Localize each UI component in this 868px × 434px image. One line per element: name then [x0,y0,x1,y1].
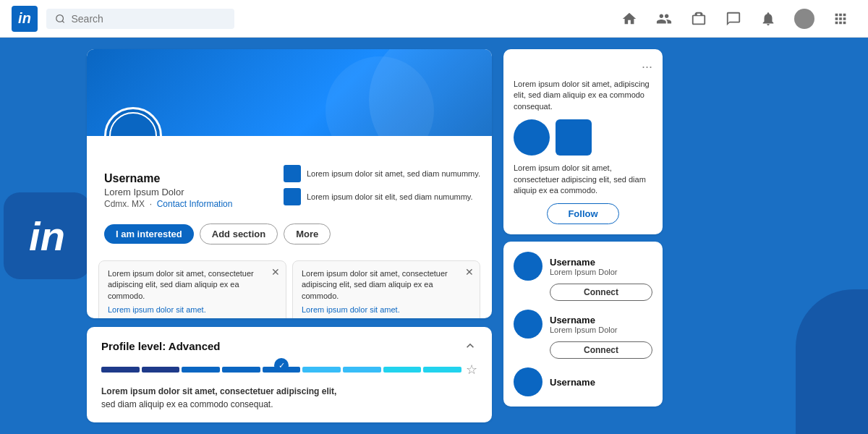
person-name-1: Username [550,315,652,326]
person-name-2: Username [550,377,652,388]
seg-6 [302,367,341,373]
bell-icon [760,10,777,27]
profile-side-items: Lorem ipsum dolor sit amet, sed diam num… [284,165,480,205]
notif-close-1[interactable]: ✕ [271,265,280,280]
person-info-0: Username Lorem Ipsum Dolor [550,257,652,276]
seg-1 [101,367,140,373]
person-title-1: Lorem Ipsum Dolor [550,326,652,334]
person-row-2: Username [514,367,652,396]
person-info-2: Username [550,377,652,388]
level-header: Profile level: Advanced [101,339,477,353]
connect-button-0[interactable]: Connect [550,284,652,301]
briefcase-icon [690,10,707,27]
logo-text: in [18,10,31,27]
profile-body: Username Lorem Ipsum Dolor Cdmx. MX · Co… [87,136,492,318]
notif-link-2[interactable]: Lorem ipsum dolor sit amet. [302,305,471,315]
navbar: in [0,0,868,38]
ad-card: ··· Lorem ipsum dolor sit amet, adipisci… [503,49,663,234]
side-icon-1 [284,165,301,182]
seg-5: ✓ [263,367,301,373]
notif-link-1[interactable]: Lorem ipsum dolor sit amet. [108,305,277,315]
profile-banner [87,49,492,136]
person-info-1: Username Lorem Ipsum Dolor [550,315,652,334]
nav-me[interactable] [787,6,822,32]
location-text: Cdmx. MX [104,199,145,209]
chevron-up-icon[interactable] [463,339,477,353]
center-column: Username Lorem Ipsum Dolor Cdmx. MX · Co… [87,49,492,422]
linkedin-big-logo: in [4,192,90,279]
grid-icon [832,10,849,27]
person-item-1: Username Lorem Ipsum Dolor Connect [514,310,652,359]
main-area: in Username Lorem Ipsum Dolor Cdmx. MX [0,38,868,434]
nav-icons [613,6,856,32]
level-desc-line1: Lorem ipsum dolor sit amet, consectetuer… [101,386,336,396]
level-desc: Lorem ipsum dolor sit amet, consectetuer… [101,385,477,411]
check-circle: ✓ [274,358,289,373]
notif-text-1: Lorem ipsum dolor sit amet, consectetuer… [108,268,277,302]
follow-button[interactable]: Follow [547,203,618,224]
profile-card: Username Lorem Ipsum Dolor Cdmx. MX · Co… [87,49,492,318]
avatar [794,9,814,29]
ad-logo-circle [514,119,550,156]
search-bar[interactable] [46,9,234,29]
chat-icon [725,10,742,27]
add-section-button[interactable]: Add section [200,224,278,244]
notification-cards: ✕ Lorem ipsum dolor sit amet, consectetu… [87,253,492,318]
nav-notifications[interactable] [752,7,784,30]
nav-home[interactable] [613,7,645,30]
ad-desc: Lorem ipsum dolor sit amet, consectetuer… [514,163,652,196]
notif-close-2[interactable]: ✕ [465,265,474,280]
side-text-2: Lorem ipsum dolor sit elit, sed diam num… [307,192,473,202]
side-item-2: Lorem ipsum dolor sit elit, sed diam num… [284,188,480,205]
search-input[interactable] [71,13,226,25]
linkedin-logo[interactable]: in [12,6,38,32]
progress-segments: ✓ [101,367,461,373]
profile-avatar [104,107,162,136]
profile-actions: I am interested Add section More [87,224,492,253]
left-decoration: in [0,38,94,434]
person-row-0: Username Lorem Ipsum Dolor [514,252,652,281]
ad-logos [514,119,652,156]
contact-info-link[interactable]: Contact Information [157,199,233,209]
home-icon [621,10,638,27]
profile-avatar-wrap [104,107,162,136]
star-icon[interactable]: ☆ [466,362,477,378]
person-avatar-2 [514,367,542,396]
person-row-1: Username Lorem Ipsum Dolor [514,310,652,339]
level-card: Profile level: Advanced ✓ ☆ [87,327,492,422]
seg-3 [182,367,220,373]
person-item-2: Username [514,367,652,396]
nav-apps[interactable] [825,7,856,30]
svg-point-0 [56,14,64,22]
seg-8 [383,367,422,373]
seg-7 [343,367,381,373]
nav-messages[interactable] [718,7,749,30]
people-card: Username Lorem Ipsum Dolor Connect Usern… [503,242,663,407]
search-icon [55,13,65,25]
seg-9 [423,367,461,373]
ad-menu-icon[interactable]: ··· [514,59,652,75]
ad-text: Lorem ipsum dolor sit amet, adipiscing e… [514,79,652,112]
seg-2 [142,367,180,373]
person-title-0: Lorem Ipsum Dolor [550,268,652,276]
nav-network[interactable] [648,7,680,30]
interested-button[interactable]: I am interested [104,224,194,244]
person-avatar-0 [514,252,542,281]
progress-bar: ✓ ☆ [101,362,477,378]
person-item-0: Username Lorem Ipsum Dolor Connect [514,252,652,301]
right-decoration [796,289,868,434]
side-item-1: Lorem ipsum dolor sit amet, sed diam num… [284,165,480,182]
side-text-1: Lorem ipsum dolor sit amet, sed diam num… [307,169,480,179]
ad-logo-square [556,119,592,156]
notif-card-1: ✕ Lorem ipsum dolor sit amet, consectetu… [98,260,286,318]
profile-avatar-inner [109,112,157,136]
right-column: ··· Lorem ipsum dolor sit amet, adipisci… [503,49,663,422]
side-icon-2 [284,188,301,205]
notif-card-2: ✕ Lorem ipsum dolor sit amet, consectetu… [292,260,480,318]
seg-4 [222,367,260,373]
people-icon [655,10,673,27]
nav-jobs[interactable] [683,7,715,30]
person-name-0: Username [550,257,652,268]
connect-button-1[interactable]: Connect [550,341,652,359]
more-button[interactable]: More [284,224,331,244]
